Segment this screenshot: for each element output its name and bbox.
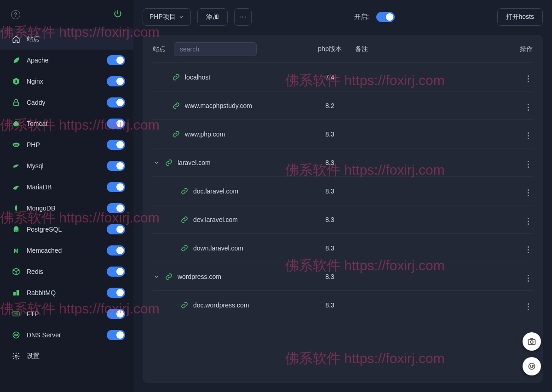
- service-toggle[interactable]: [107, 267, 125, 277]
- help-icon[interactable]: ?: [11, 10, 20, 19]
- sidebar-item-caddy[interactable]: Caddy: [0, 92, 133, 113]
- service-toggle[interactable]: [107, 288, 125, 298]
- php-version: 8.3: [305, 273, 355, 280]
- add-button[interactable]: 添加: [197, 8, 228, 26]
- svg-point-16: [533, 365, 534, 366]
- sidebar-item-tomcat[interactable]: Tomcat: [0, 113, 133, 134]
- sidebar-item-站点[interactable]: 站点: [0, 28, 133, 50]
- sidebar-item-memcached[interactable]: M Memcached: [0, 240, 133, 261]
- sidebar-item-label: Nginx: [27, 78, 107, 85]
- svg-text:php: php: [14, 144, 18, 146]
- service-toggle[interactable]: [107, 140, 125, 150]
- sidebar-item-label: 站点: [27, 35, 125, 43]
- sidebar-item-label: Redis: [27, 268, 107, 275]
- sidebar-item-label: PostgreSQL: [27, 226, 107, 233]
- main-area: PHP项目 添加 ··· 开启: 打开hosts 站点 php版本 备注 操作 …: [133, 0, 552, 392]
- sidebar-item-label: FTP: [27, 310, 107, 318]
- service-toggle[interactable]: [107, 97, 125, 108]
- service-toggle[interactable]: [107, 330, 125, 340]
- service-toggle[interactable]: [107, 76, 125, 86]
- row-actions-icon[interactable]: [524, 301, 533, 312]
- row-actions-icon[interactable]: [524, 102, 533, 113]
- table-row[interactable]: dev.laravel.com 8.3: [153, 205, 533, 233]
- chevron-down-icon[interactable]: [153, 159, 160, 166]
- table-row[interactable]: www.php.com 8.3: [153, 119, 533, 148]
- service-toggle[interactable]: [107, 182, 125, 192]
- home-icon: [11, 35, 21, 43]
- link-icon: [180, 301, 189, 309]
- table-row[interactable]: localhost 7.4: [153, 62, 533, 91]
- php-version: 8.2: [305, 102, 355, 109]
- row-actions-icon[interactable]: [524, 74, 533, 84]
- service-toggle[interactable]: [107, 245, 125, 256]
- enable-label: 开启:: [354, 13, 369, 21]
- service-toggle[interactable]: [107, 309, 125, 319]
- more-button[interactable]: ···: [234, 8, 252, 26]
- sidebar-item-设置[interactable]: 设置: [0, 346, 133, 367]
- sidebar-item-label: 设置: [27, 352, 125, 360]
- power-icon[interactable]: [113, 9, 122, 20]
- table-row[interactable]: www.macphpstudy.com 8.2: [153, 91, 533, 119]
- service-toggle[interactable]: [107, 224, 125, 234]
- site-name: localhost: [185, 74, 210, 81]
- svg-rect-5: [13, 292, 16, 296]
- service-toggle[interactable]: [107, 119, 125, 129]
- open-hosts-button[interactable]: 打开hosts: [497, 8, 543, 26]
- link-icon: [172, 102, 180, 110]
- sidebar: ? 站点 Apache G Nginx Caddy Tomcat php PHP…: [0, 0, 133, 392]
- sidebar-item-redis[interactable]: Redis: [0, 261, 133, 282]
- sidebar-item-php[interactable]: php PHP: [0, 134, 133, 155]
- sidebar-item-nginx[interactable]: G Nginx: [0, 71, 133, 92]
- sidebar-item-apache[interactable]: Apache: [0, 50, 133, 71]
- php-version: 8.3: [305, 244, 355, 252]
- project-type-dropdown[interactable]: PHP项目: [143, 8, 191, 26]
- toolbar: PHP项目 添加 ··· 开启: 打开hosts: [143, 8, 543, 26]
- row-actions-icon[interactable]: [524, 216, 533, 227]
- table-row[interactable]: doc.wordpress.com 8.3: [153, 290, 533, 319]
- service-toggle[interactable]: [107, 55, 125, 65]
- svg-rect-6: [17, 290, 19, 295]
- chevron-down-icon[interactable]: [153, 273, 160, 280]
- service-toggle[interactable]: [107, 203, 125, 213]
- leaf-icon: [11, 56, 21, 64]
- sidebar-item-mysql[interactable]: Mysql: [0, 155, 133, 176]
- row-actions-icon[interactable]: [524, 273, 533, 284]
- row-actions-icon[interactable]: [524, 131, 533, 141]
- camera-fab[interactable]: [523, 332, 541, 351]
- sidebar-item-postgresql[interactable]: PostgreSQL: [0, 219, 133, 240]
- col-site-label: 站点: [153, 45, 166, 53]
- rabbit-icon: [11, 289, 21, 297]
- site-name: laravel.com: [178, 159, 211, 166]
- table-row[interactable]: wordpress.com 8.3: [153, 262, 533, 290]
- sites-panel: 站点 php版本 备注 操作 localhost 7.4 www.macphps…: [143, 35, 543, 383]
- link-icon: [165, 273, 173, 281]
- sidebar-item-mongodb[interactable]: MongoDB: [0, 198, 133, 219]
- table-header: 站点 php版本 备注 操作: [153, 42, 533, 62]
- sidebar-item-ftp[interactable]: FTP FTP: [0, 303, 133, 324]
- table-row[interactable]: doc.laravel.com 8.3: [153, 176, 533, 205]
- table-row[interactable]: laravel.com 8.3: [153, 148, 533, 176]
- row-actions-icon[interactable]: [524, 187, 533, 198]
- service-toggle[interactable]: [107, 161, 125, 171]
- site-name: doc.laravel.com: [193, 187, 238, 195]
- sidebar-item-label: Memcached: [27, 247, 107, 254]
- table-row[interactable]: down.laravel.com 8.3: [153, 233, 533, 262]
- php-version: 8.3: [305, 159, 355, 166]
- svg-point-11: [15, 355, 17, 358]
- svg-text:FTP: FTP: [14, 312, 18, 315]
- sidebar-item-dns-server[interactable]: DNS DNS Server: [0, 324, 133, 346]
- bot-fab[interactable]: [523, 357, 541, 375]
- sidebar-item-label: Tomcat: [27, 120, 107, 127]
- sidebar-item-label: RabbitMQ: [27, 289, 107, 296]
- sidebar-item-mariadb[interactable]: MariaDB: [0, 176, 133, 198]
- row-actions-icon[interactable]: [524, 159, 533, 170]
- row-actions-icon[interactable]: [524, 244, 533, 255]
- col-action-label: 操作: [505, 45, 533, 53]
- col-php-label: php版本: [305, 45, 355, 53]
- sidebar-item-label: Caddy: [27, 99, 107, 106]
- sidebar-item-rabbitmq[interactable]: RabbitMQ: [0, 282, 133, 303]
- svg-text:M: M: [14, 248, 18, 254]
- sidebar-item-label: PHP: [27, 141, 107, 148]
- enable-toggle[interactable]: [376, 12, 395, 22]
- search-input[interactable]: [174, 42, 257, 56]
